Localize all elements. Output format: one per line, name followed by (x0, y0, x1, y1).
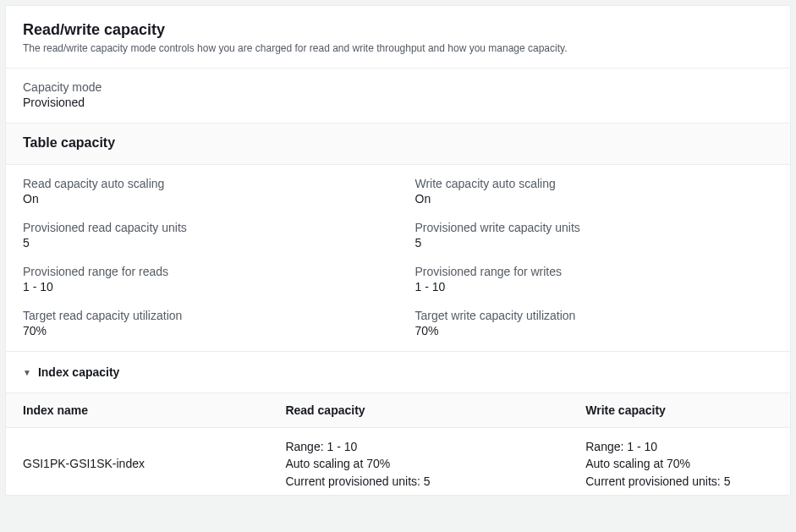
write-range-value: 1 - 10 (415, 280, 774, 293)
capacity-mode-value: Provisioned (23, 96, 773, 109)
index-capacity-label: Index capacity (38, 365, 120, 379)
capacity-mode-section: Capacity mode Provisioned (6, 69, 790, 123)
col-read-capacity: Read capacity (285, 403, 585, 417)
read-current-units: Current provisioned units: 5 (285, 473, 585, 490)
col-write-capacity: Write capacity (585, 403, 773, 417)
index-table-header: Index name Read capacity Write capacity (6, 393, 790, 428)
write-capacity-cell: Range: 1 - 10 Auto scaling at 70% Curren… (585, 438, 773, 490)
table-capacity-body: Read capacity auto scaling On Provisione… (6, 165, 790, 352)
caret-down-icon: ▼ (23, 368, 31, 377)
read-capacity-cell: Range: 1 - 10 Auto scaling at 70% Curren… (285, 438, 585, 490)
table-row: GSI1PK-GSI1SK-index Range: 1 - 10 Auto s… (6, 428, 790, 495)
write-autoscaling-value: On (415, 192, 774, 206)
write-range-label: Provisioned range for writes (415, 265, 774, 278)
write-autoscaling-label: Write capacity auto scaling (415, 177, 774, 190)
write-target-value: 70% (415, 324, 774, 337)
panel-header: Read/write capacity The read/write capac… (6, 6, 790, 69)
index-capacity-table: Index name Read capacity Write capacity … (6, 393, 790, 495)
read-autoscaling-value: On (23, 192, 382, 206)
write-units-label: Provisioned write capacity units (415, 221, 774, 234)
capacity-mode-label: Capacity mode (23, 80, 773, 94)
write-autoscaling: Auto scaling at 70% (585, 455, 773, 472)
write-current-units: Current provisioned units: 5 (585, 473, 773, 490)
read-autoscaling-label: Read capacity auto scaling (23, 177, 382, 190)
write-range: Range: 1 - 10 (585, 438, 773, 455)
read-units-label: Provisioned read capacity units (23, 221, 382, 234)
panel-description: The read/write capacity mode controls ho… (23, 42, 773, 54)
read-target-label: Target read capacity utilization (23, 309, 382, 322)
index-name-cell: GSI1PK-GSI1SK-index (23, 455, 285, 472)
read-target-value: 70% (23, 324, 382, 337)
read-units-value: 5 (23, 236, 382, 250)
read-autoscaling: Auto scaling at 70% (285, 455, 585, 472)
read-range-label: Provisioned range for reads (23, 265, 382, 278)
read-range-value: 1 - 10 (23, 280, 382, 293)
table-capacity-header: Table capacity (6, 123, 790, 165)
read-column: Read capacity auto scaling On Provisione… (23, 177, 382, 337)
table-capacity-title: Table capacity (23, 135, 773, 151)
write-units-value: 5 (415, 236, 774, 250)
write-target-label: Target write capacity utilization (415, 309, 774, 322)
write-column: Write capacity auto scaling On Provision… (415, 177, 774, 337)
index-capacity-toggle[interactable]: ▼ Index capacity (6, 352, 790, 393)
read-write-capacity-panel: Read/write capacity The read/write capac… (5, 5, 791, 496)
panel-title: Read/write capacity (23, 21, 773, 39)
read-range: Range: 1 - 10 (285, 438, 585, 455)
col-index-name: Index name (23, 403, 285, 417)
